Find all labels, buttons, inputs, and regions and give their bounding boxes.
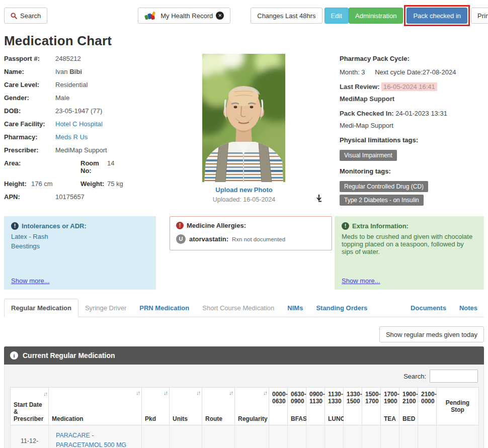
tab-regular-medication[interactable]: Regular Medication (4, 299, 78, 317)
my-health-record-button[interactable]: My Health Record ✕ (138, 8, 230, 24)
sort-icon[interactable]: ↓↑ (229, 390, 232, 396)
prescriber-row: Prescriber: MediMap Support (4, 146, 196, 154)
col-header-regularity[interactable]: Regularity ↓↑ (235, 388, 269, 425)
last-review-by: MediMap Support (340, 95, 484, 103)
pack-cycle-column: Pharmacy Pack Cycle: Month: 3 Next cycle… (333, 53, 484, 208)
apn-value: 10175657 (55, 193, 85, 201)
dose-cell: - (269, 425, 288, 448)
toolbar: Search My Health Record ✕ Changes Last 4… (0, 0, 488, 26)
pharmacy-link[interactable]: Meds R Us (55, 133, 88, 141)
tab-prn-medication[interactable]: PRN Medication (133, 299, 196, 317)
extra-info-text: Meds to be crushed and given with chocol… (342, 233, 477, 255)
exclamation-circle-icon: ! (342, 222, 349, 230)
weight-label: Weight: (80, 180, 107, 188)
care-level-row: Care Level: Residential (4, 81, 196, 88)
passport-label: Passport #: (4, 55, 55, 62)
care-facility-link[interactable]: Hotel C Hospital (55, 120, 103, 128)
gender-row: Gender: Male (4, 94, 196, 102)
pharmacy-label: Pharmacy: (4, 133, 55, 141)
care-level-label: Care Level: (4, 81, 55, 88)
dose-cell: - (306, 425, 325, 448)
sort-icon-active[interactable]: ↓↑ (164, 390, 167, 396)
pack-checked-in-by: Medi-Map Support (340, 122, 484, 129)
dob-label: DOB: (4, 107, 55, 115)
print-button[interactable]: Print (471, 8, 488, 24)
close-icon[interactable]: ✕ (216, 12, 224, 20)
info-icon: i (10, 351, 18, 360)
sort-icon[interactable]: ↓↑ (263, 390, 267, 396)
tab-notes[interactable]: Notes (453, 299, 484, 317)
passport-value: 2485212 (55, 55, 81, 62)
units-cell: tablet (170, 425, 202, 448)
col-header-medication[interactable]: Medication ↓↑ (49, 388, 142, 425)
height-value: 176 cm (31, 180, 80, 188)
edit-button[interactable]: Edit (324, 8, 349, 24)
intolerances-box: ! Intolerances or ADR: Latex - Rash Bees… (4, 216, 156, 290)
care-level-value: Residential (55, 81, 88, 88)
annotation-highlight-box: Pack checked in (404, 5, 470, 26)
search-button[interactable]: Search (4, 8, 47, 24)
sort-icon[interactable]: ↓↑ (43, 391, 47, 397)
tab-standing-orders[interactable]: Standing Orders (309, 299, 374, 317)
dose-cell: - (344, 425, 362, 448)
exclamation-circle-icon: ! (176, 222, 184, 229)
start-date-cell: 11-12-2019 11:35 MediMap Support (11, 425, 49, 448)
height-weight-row: Height: 176 cm Weight: 75 kg (4, 180, 196, 188)
patient-details: Passport #: 2485212 Name: Ivan Bibi Care… (4, 53, 196, 208)
tab-documents[interactable]: Documents (404, 299, 453, 317)
col-header-timeslot: 1330-1500 (344, 388, 362, 425)
monitoring-tags-title: Monitoring tags: (340, 167, 484, 175)
col-header-timeslot: 2100-0000 (418, 388, 437, 425)
last-review-line: Last Review: 16-05-2024 16:41 (340, 83, 484, 91)
regularity-cell: Everyday (235, 425, 269, 448)
col-header-timeslot: 1130-1330LUNCH (325, 388, 344, 425)
sort-icon[interactable]: ↓↑ (136, 390, 139, 396)
tab-short-course-medication: Short Course Medication (196, 299, 281, 317)
extra-information-box: ! Extra Information: Meds to be crushed … (335, 216, 484, 290)
show-regular-meds-button[interactable]: Show regular meds given today (379, 326, 484, 342)
col-header-route[interactable]: Route ↓↑ (202, 388, 235, 425)
pending-stop-cell (437, 425, 479, 448)
intolerance-item: Beestings (11, 242, 149, 250)
col-header-units[interactable]: Units ↓↑ (170, 388, 202, 425)
intolerance-item: Latex - Rash (11, 233, 149, 240)
name-value: Ivan Bibi (55, 68, 82, 75)
table-search-label: Search: (403, 373, 426, 380)
upload-new-photo-link[interactable]: Upload new Photo (196, 186, 292, 194)
next-cycle-date: Next cycle Date:27-08-2024 (375, 68, 456, 76)
room-value: 14 (107, 159, 114, 167)
dose-cell: - (418, 425, 437, 448)
medication-table-panel: Search: Start Date & Prescriber ↓↑ Medic… (4, 365, 484, 448)
dob-value: 23-05-1947 (77) (55, 107, 102, 115)
col-header-pkd[interactable]: Pkd ↓↑ (142, 388, 170, 425)
pharmacy-pack-cycle-title: Pharmacy Pack Cycle: (340, 55, 484, 62)
pack-checked-in-value: 24-01-2023 13:31 (395, 110, 447, 117)
administration-button[interactable]: Administration (349, 8, 403, 24)
gender-value: Male (55, 94, 69, 102)
download-photo-icon[interactable] (316, 194, 322, 202)
monitoring-tag: Type 2 Diabetes - on Insulin (340, 195, 424, 206)
table-search-input[interactable] (430, 370, 478, 383)
exclamation-circle-icon: ! (11, 222, 19, 230)
col-header-start-date[interactable]: Start Date & Prescriber ↓↑ (11, 388, 49, 425)
sort-icon[interactable]: ↓↑ (196, 390, 200, 396)
pack-checked-in-button[interactable]: Pack checked in (406, 8, 467, 24)
col-header-timeslot: 0900-1130 (306, 388, 325, 425)
area-room-row: Area: Room No: 14 (4, 159, 196, 174)
last-review-value: 16-05-2024 16:41 (381, 82, 437, 91)
allergy-reaction: Rxn not documented (232, 236, 285, 242)
patient-summary: Passport #: 2485212 Name: Ivan Bibi Care… (0, 53, 488, 208)
page-title: Medication Chart (4, 33, 484, 49)
col-header-timeslot: 1900-2100BED (399, 388, 418, 425)
pharmacy-row: Pharmacy: Meds R Us (4, 133, 196, 141)
patient-photo (202, 54, 285, 182)
extra-info-show-more-link[interactable]: Show more... (342, 277, 380, 285)
dose-cell: - (362, 425, 381, 448)
intolerances-show-more-link[interactable]: Show more... (11, 277, 50, 285)
tab-nims[interactable]: NIMs (281, 299, 309, 317)
pkd-cell: Y (142, 425, 170, 448)
apn-label: APN: (4, 193, 55, 201)
changes-last-48hrs-button[interactable]: Changes Last 48hrs (251, 8, 322, 24)
medication-link[interactable]: PARACARE - PARACETAMOL 500 MG CAPSULE (56, 431, 134, 448)
regular-medication-table: Start Date & Prescriber ↓↑ Medication ↓↑… (10, 387, 479, 448)
